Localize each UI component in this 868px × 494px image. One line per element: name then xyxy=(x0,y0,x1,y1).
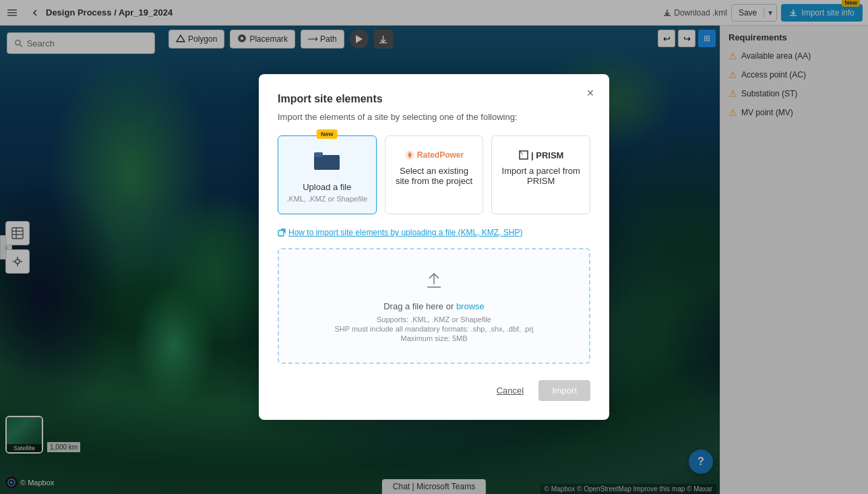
import-option-ratedpower[interactable]: RatedPower Select an existing site from … xyxy=(385,135,484,214)
upload-icon xyxy=(424,270,444,295)
drop-text: Drag a file here or browse xyxy=(383,301,485,311)
upload-subtitle: .KML, .KMZ or Shapefile xyxy=(286,195,367,203)
prism-logo: | PRISM xyxy=(518,150,563,160)
modal-footer: Cancel Import xyxy=(278,380,590,401)
upload-title: Upload a file xyxy=(303,182,351,192)
import-option-prism[interactable]: | PRISM Import a parcel from PRISM xyxy=(491,135,590,214)
svg-rect-25 xyxy=(314,152,323,157)
drop-shp-note: SHP must include all mandatory formats: … xyxy=(334,325,533,333)
cancel-button[interactable]: Cancel xyxy=(489,381,532,400)
modal-close-button[interactable]: × xyxy=(582,85,598,101)
import-option-upload[interactable]: New Upload a file .KML, .KMZ or Shapefil… xyxy=(278,135,377,214)
prism-icon xyxy=(518,150,529,160)
modal-subtitle: Import the elements of a site by selecti… xyxy=(278,112,590,122)
ratedpower-logo: RatedPower xyxy=(404,150,464,160)
drop-zone[interactable]: Drag a file here or browse Supports: .KM… xyxy=(278,248,590,364)
svg-rect-29 xyxy=(278,230,284,236)
help-link[interactable]: How to import site elements by uploading… xyxy=(278,228,590,237)
modal-overlay: × Import site elements Import the elemen… xyxy=(0,0,868,494)
ratedpower-icon xyxy=(404,150,415,160)
ratedpower-title: Select an existing site from the project xyxy=(394,166,475,186)
upload-arrow-icon xyxy=(424,270,444,290)
prism-title: Import a parcel from PRISM xyxy=(500,166,582,186)
import-modal: × Import site elements Import the elemen… xyxy=(259,74,609,420)
drop-max-size: Maximum size: 5MB xyxy=(400,334,467,342)
drop-supports: Supports: .KML, .KMZ or Shapefile xyxy=(377,315,491,323)
modal-title: Import site elements xyxy=(278,93,590,105)
upload-new-badge: New xyxy=(317,129,338,139)
import-options: New Upload a file .KML, .KMZ or Shapefil… xyxy=(278,135,590,214)
upload-folder-icon xyxy=(314,150,340,177)
external-link-icon xyxy=(278,228,286,237)
browse-link[interactable]: browse xyxy=(456,301,485,311)
import-action-button[interactable]: Import xyxy=(538,380,590,401)
